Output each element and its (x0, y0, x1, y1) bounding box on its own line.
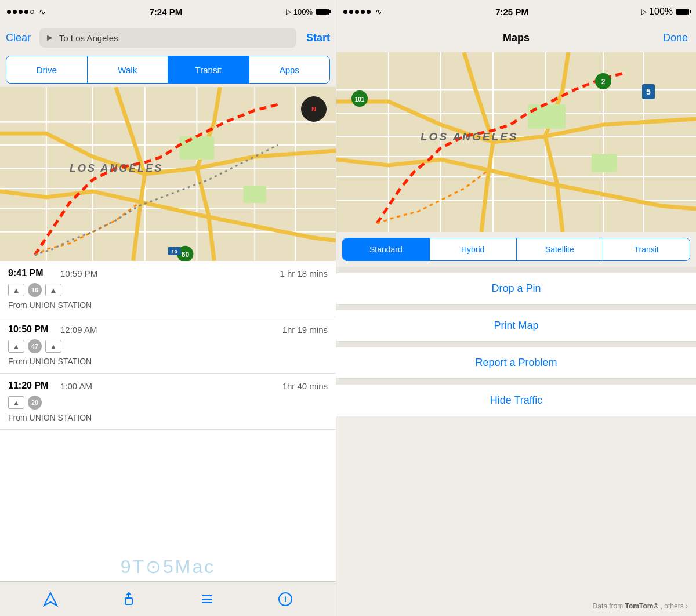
duration-3: 1hr 40 mins (282, 381, 328, 391)
compass-left[interactable]: N (301, 96, 327, 122)
destination-text: To Los Angeles (59, 33, 118, 43)
depart-time-3: 11:20 PM (8, 381, 55, 391)
location-arrow-right: ▷ (641, 8, 647, 16)
signal-dot-r4 (361, 10, 365, 14)
hide-traffic-button[interactable]: Hide Traffic (336, 385, 696, 416)
signal-dot-1 (7, 10, 11, 14)
bus-badge-1: 16 (28, 283, 42, 297)
list-button[interactable] (194, 586, 220, 612)
signal-area: ∿ (7, 7, 46, 16)
right-panel: ∿ 7:25 PM ▷ 100% Maps Done (336, 0, 696, 616)
report-problem-label: Report a Problem (475, 357, 557, 369)
maps-title: Maps (503, 32, 530, 44)
signal-dot-2 (13, 10, 17, 14)
map-svg-left: 60 10 (0, 87, 336, 261)
share-button[interactable] (116, 586, 142, 612)
transit-route-2[interactable]: 10:50 PM 12:09 AM 1hr 19 mins ▲ 47 ▲ Fro… (0, 317, 336, 374)
footer-data-label: Data from (593, 602, 625, 610)
signal-dot-5 (30, 10, 34, 14)
info-button[interactable]: i (273, 586, 298, 612)
transit-route-3[interactable]: 11:20 PM 1:00 AM 1hr 40 mins ▲ 20 From U… (0, 374, 336, 430)
left-panel: ∿ 7:24 PM ▷ 100% Clear ► To Los Angeles … (0, 0, 336, 616)
depart-time-1: 9:41 PM (8, 268, 55, 278)
map-type-satellite[interactable]: Satellite (516, 238, 603, 260)
transit-icons-2: ▲ 47 ▲ (8, 339, 328, 353)
map-right[interactable]: 101 2 5 LOS ANGELES (336, 52, 696, 232)
tab-apps[interactable]: Apps (249, 56, 330, 83)
bus-badge-3: 20 (28, 396, 42, 410)
location-button[interactable] (38, 586, 63, 612)
bus-badge-2: 47 (28, 339, 42, 353)
map-type-hybrid[interactable]: Hybrid (429, 238, 516, 260)
map-svg-right: 101 2 5 (336, 52, 696, 232)
svg-rect-39 (528, 104, 566, 129)
spacer (336, 416, 696, 596)
arrive-time-3: 1:00 AM (60, 381, 92, 391)
menu-section: Drop a Pin Print Map Report a Problem Hi… (336, 273, 696, 416)
report-problem-button[interactable]: Report a Problem (336, 347, 696, 379)
battery-icon-right (676, 9, 689, 15)
status-bar-left: ∿ 7:24 PM ▷ 100% (0, 0, 336, 23)
top-nav-left: Clear ► To Los Angeles Start (0, 23, 336, 52)
tab-transit[interactable]: Transit (168, 56, 249, 83)
tab-drive[interactable]: Drive (6, 56, 87, 83)
compass-n: N (311, 106, 316, 113)
svg-text:2: 2 (601, 78, 606, 86)
print-map-button[interactable]: Print Map (336, 310, 696, 342)
svg-rect-20 (125, 598, 132, 604)
svg-marker-19 (44, 593, 57, 606)
time-left: 7:24 PM (150, 7, 183, 17)
wifi-icon-right: ∿ (375, 7, 382, 16)
arrive-time-2: 12:09 AM (60, 325, 97, 335)
map-type-selector: Standard Hybrid Satellite Transit (342, 238, 690, 261)
print-map-label: Print Map (494, 320, 538, 332)
done-button[interactable]: Done (663, 32, 688, 44)
svg-text:i: i (284, 595, 287, 604)
direction-arrow-icon: ► (45, 32, 55, 43)
from-station-2: From UNION STATION (8, 357, 328, 366)
footer-text: Data from TomTom® , others › (593, 602, 688, 610)
watermark-area: 9T⊙5Mac (0, 552, 336, 581)
map-left[interactable]: 60 10 LOS ANGELES N (0, 87, 336, 261)
arrive-time-1: 10:59 PM (60, 269, 97, 278)
svg-rect-0 (0, 87, 336, 260)
map-type-transit[interactable]: Transit (603, 238, 690, 260)
separator-1 (336, 267, 696, 273)
info-icon: i (278, 592, 293, 607)
separator-4 (336, 379, 696, 385)
transit-icons-1: ▲ 16 ▲ (8, 283, 328, 297)
transit-times-2: 10:50 PM 12:09 AM 1hr 19 mins (8, 324, 328, 335)
bus-icon-1b: ▲ (45, 284, 61, 296)
bus-icon-2a: ▲ (8, 340, 24, 353)
drop-pin-label: Drop a Pin (491, 282, 541, 295)
start-button[interactable]: Start (301, 32, 330, 44)
location-icon (43, 592, 58, 607)
svg-text:60: 60 (182, 251, 190, 259)
svg-rect-13 (179, 136, 214, 160)
svg-text:10: 10 (171, 248, 178, 255)
hide-traffic-label: Hide Traffic (490, 394, 543, 407)
duration-1: 1 hr 18 mins (280, 269, 328, 278)
transit-times-3: 11:20 PM 1:00 AM 1hr 40 mins (8, 381, 328, 391)
transport-tabs: Drive Walk Transit Apps (6, 56, 330, 84)
footer: Data from TomTom® , others › (336, 596, 696, 616)
clear-button[interactable]: Clear (6, 32, 35, 44)
status-bar-right: ∿ 7:25 PM ▷ 100% (336, 0, 696, 23)
map-type-standard[interactable]: Standard (343, 238, 429, 260)
svg-rect-26 (336, 52, 696, 232)
svg-rect-14 (243, 186, 266, 203)
signal-dot-r2 (349, 10, 353, 14)
signal-dot-r1 (343, 10, 347, 14)
transit-times-1: 9:41 PM 10:59 PM 1 hr 18 mins (8, 268, 328, 278)
destination-bar[interactable]: ► To Los Angeles (39, 28, 296, 48)
transit-list[interactable]: 9:41 PM 10:59 PM 1 hr 18 mins ▲ 16 ▲ Fro… (0, 261, 336, 552)
bottom-toolbar-left: i (0, 581, 336, 616)
signal-dot-r3 (355, 10, 359, 14)
transit-route-1[interactable]: 9:41 PM 10:59 PM 1 hr 18 mins ▲ 16 ▲ Fro… (0, 261, 336, 317)
depart-time-2: 10:50 PM (8, 324, 55, 335)
tab-walk[interactable]: Walk (87, 56, 168, 83)
drop-pin-button[interactable]: Drop a Pin (336, 273, 696, 305)
from-station-3: From UNION STATION (8, 413, 328, 422)
tomtom-label: TomTom® (625, 602, 659, 610)
separator-3 (336, 342, 696, 347)
